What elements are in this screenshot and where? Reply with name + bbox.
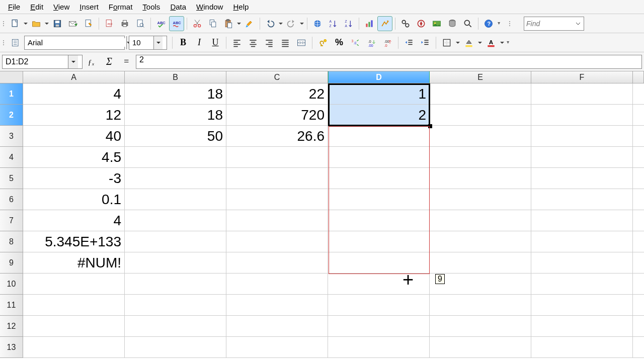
cell-A4[interactable]: 4.5	[23, 147, 125, 168]
cell-D8[interactable]	[328, 231, 430, 252]
row-header-7[interactable]: 7	[0, 210, 23, 231]
cell-B10[interactable]	[125, 274, 226, 295]
percent-button[interactable]: %	[332, 35, 347, 50]
sort-asc-button[interactable]: AZ	[326, 16, 341, 31]
cell-B8[interactable]	[125, 231, 226, 252]
standard-format-button[interactable]: 3.0	[348, 35, 363, 50]
cell-C6[interactable]	[226, 189, 328, 210]
save-button[interactable]	[50, 16, 65, 31]
find-toolbar-box[interactable]	[524, 17, 584, 31]
row-header-4[interactable]: 4	[0, 147, 23, 168]
cell-E13[interactable]	[430, 337, 531, 358]
sort-desc-button[interactable]: ZA	[341, 16, 356, 31]
cell-D12[interactable]	[328, 316, 430, 337]
borders-dropdown[interactable]	[455, 40, 460, 46]
cell-B4[interactable]	[125, 147, 226, 168]
cell-C5[interactable]	[226, 168, 328, 189]
cell-F2[interactable]	[531, 105, 633, 126]
cell-C1[interactable]: 22	[226, 83, 328, 105]
cell-F11[interactable]	[531, 295, 633, 316]
row-header-11[interactable]: 11	[0, 295, 23, 316]
toolbar-overflow-icon[interactable]	[497, 16, 502, 31]
spellcheck-button[interactable]: ABC	[153, 16, 169, 31]
cell-D4[interactable]	[328, 147, 430, 168]
chart-button[interactable]	[362, 16, 377, 31]
print-button[interactable]	[117, 16, 132, 31]
font-name-combo[interactable]	[24, 36, 125, 50]
cell-F13[interactable]	[531, 337, 633, 358]
cell-D10[interactable]	[328, 274, 430, 295]
cell-B13[interactable]	[125, 337, 226, 358]
cell-F3[interactable]	[531, 126, 633, 147]
new-doc-button[interactable]	[8, 16, 23, 31]
name-box-dropdown[interactable]	[68, 55, 78, 68]
column-header-B[interactable]: B	[125, 71, 226, 83]
cell-C10[interactable]	[226, 274, 328, 295]
cell-E4[interactable]	[430, 147, 531, 168]
cell-B3[interactable]: 50	[125, 126, 226, 147]
row-header-3[interactable]: 3	[0, 126, 23, 147]
borders-button[interactable]	[439, 35, 454, 50]
cell-D13[interactable]	[328, 337, 430, 358]
copy-button[interactable]	[205, 16, 220, 31]
currency-button[interactable]	[315, 35, 331, 50]
bold-button[interactable]: B	[176, 35, 191, 50]
font-size-dropdown[interactable]	[153, 36, 163, 49]
redo-button[interactable]	[284, 16, 299, 31]
paste-button[interactable]	[221, 16, 236, 31]
menu-view[interactable]: View	[48, 1, 74, 13]
menu-edit[interactable]: Edit	[25, 1, 48, 13]
row-header-13[interactable]: 13	[0, 337, 23, 358]
cell-A7[interactable]: 4	[23, 210, 125, 231]
formula-input-box[interactable]	[136, 55, 642, 69]
cell-D2[interactable]: 2	[328, 105, 430, 126]
cell-E3[interactable]	[430, 126, 531, 147]
formula-input[interactable]	[139, 55, 638, 64]
column-header-D[interactable]: D	[328, 71, 430, 83]
spreadsheet-area[interactable]: ABCDEF14182212121872023405026.644.55-360…	[0, 71, 644, 362]
cell-F9[interactable]	[531, 252, 633, 274]
menu-window[interactable]: Window	[191, 1, 228, 13]
cell-B7[interactable]	[125, 210, 226, 231]
redo-dropdown[interactable]	[299, 21, 304, 27]
open-button[interactable]	[29, 16, 44, 31]
auto-spellcheck-button[interactable]: ABC	[169, 16, 184, 31]
cut-button[interactable]	[190, 16, 205, 31]
cell-C9[interactable]	[226, 252, 328, 274]
zoom-button[interactable]	[460, 16, 475, 31]
cell-A1[interactable]: 4	[23, 83, 125, 105]
align-center-button[interactable]	[246, 35, 261, 50]
font-size-combo[interactable]	[129, 36, 167, 50]
cell-F12[interactable]	[531, 316, 633, 337]
name-box-input[interactable]	[3, 57, 68, 66]
column-header-E[interactable]: E	[430, 71, 531, 83]
help-button[interactable]: ?	[481, 16, 496, 31]
name-box[interactable]	[2, 55, 83, 69]
cell-D3[interactable]	[328, 126, 430, 147]
row-header-6[interactable]: 6	[0, 189, 23, 210]
cell-F1[interactable]	[531, 83, 633, 105]
row-header-10[interactable]: 10	[0, 274, 23, 295]
font-name-input[interactable]	[25, 38, 126, 47]
sum-button[interactable]: Σ	[102, 55, 117, 69]
cell-F10[interactable]	[531, 274, 633, 295]
datasources-button[interactable]	[445, 16, 460, 31]
cell-B11[interactable]	[125, 295, 226, 316]
bg-color-button[interactable]	[461, 35, 476, 50]
cell-A9[interactable]: #NUM!	[23, 252, 125, 274]
align-right-button[interactable]	[262, 35, 277, 50]
cell-D6[interactable]	[328, 189, 430, 210]
edit-doc-button[interactable]	[81, 16, 96, 31]
cell-E7[interactable]	[430, 210, 531, 231]
merge-cells-button[interactable]	[294, 35, 309, 50]
cell-C12[interactable]	[226, 316, 328, 337]
increase-indent-button[interactable]	[418, 35, 433, 50]
cell-E5[interactable]	[430, 168, 531, 189]
cell-A5[interactable]: -3	[23, 168, 125, 189]
cell-B6[interactable]	[125, 189, 226, 210]
cell-F7[interactable]	[531, 210, 633, 231]
menu-tools[interactable]: Tools	[137, 1, 165, 13]
cell-E11[interactable]	[430, 295, 531, 316]
menu-data[interactable]: Data	[165, 1, 191, 13]
add-decimal-button[interactable]: .0.00	[364, 35, 379, 50]
